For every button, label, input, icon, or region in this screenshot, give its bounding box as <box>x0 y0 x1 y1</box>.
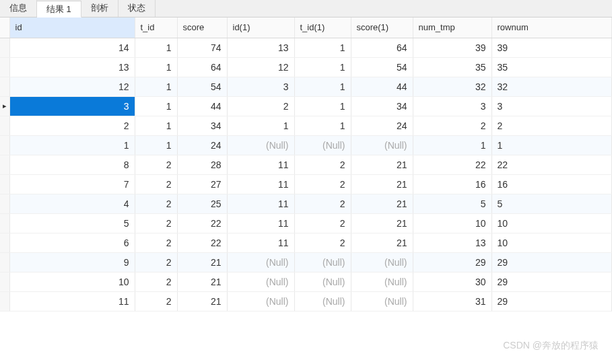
cell[interactable]: 11 <box>227 213 294 233</box>
cell[interactable]: 35 <box>413 57 491 77</box>
row-marker[interactable] <box>0 57 9 77</box>
cell[interactable]: 12 <box>227 57 294 77</box>
cell[interactable]: 2 <box>135 233 177 252</box>
cell[interactable]: 2 <box>135 194 177 213</box>
cell[interactable]: (Null) <box>227 252 294 272</box>
cell[interactable]: 13 <box>227 38 294 57</box>
cell[interactable]: 64 <box>177 57 227 77</box>
row-marker[interactable] <box>0 291 9 311</box>
cell[interactable]: 6 <box>9 233 135 252</box>
row-marker[interactable] <box>0 252 9 272</box>
cell[interactable]: 34 <box>177 116 227 135</box>
cell[interactable]: 31 <box>413 291 491 311</box>
col-header-id[interactable]: id <box>9 17 135 38</box>
cell[interactable]: (Null) <box>294 252 351 272</box>
cell[interactable]: 2 <box>135 155 177 174</box>
cell[interactable]: 1 <box>294 77 351 96</box>
cell[interactable]: 21 <box>351 174 413 194</box>
table-row[interactable]: 7227112211616 <box>0 174 612 194</box>
cell[interactable]: (Null) <box>294 135 351 155</box>
cell[interactable]: 32 <box>491 77 612 96</box>
cell[interactable]: 21 <box>351 213 413 233</box>
col-header-t_id[interactable]: t_id <box>135 17 177 38</box>
cell[interactable]: 11 <box>227 155 294 174</box>
cell[interactable]: 22 <box>177 213 227 233</box>
cell[interactable]: 21 <box>177 252 227 272</box>
cell[interactable]: 3 <box>413 96 491 116</box>
cell[interactable]: 22 <box>177 233 227 252</box>
cell[interactable]: 21 <box>177 272 227 291</box>
cell[interactable]: 21 <box>351 194 413 213</box>
cell[interactable]: 34 <box>351 96 413 116</box>
col-header-score[interactable]: score <box>177 17 227 38</box>
tab-3[interactable]: 状态 <box>118 0 156 17</box>
cell[interactable]: 13 <box>9 57 135 77</box>
col-header-score1[interactable]: score(1) <box>351 17 413 38</box>
cell[interactable]: 2 <box>294 174 351 194</box>
cell[interactable]: 1 <box>294 57 351 77</box>
table-row[interactable]: 10221(Null)(Null)(Null)3029 <box>0 272 612 291</box>
cell[interactable]: 4 <box>9 194 135 213</box>
row-marker[interactable] <box>0 194 9 213</box>
cell[interactable]: 44 <box>177 96 227 116</box>
cell[interactable]: 64 <box>351 38 413 57</box>
cell[interactable]: 5 <box>9 213 135 233</box>
cell[interactable]: 29 <box>491 252 612 272</box>
row-marker[interactable] <box>0 174 9 194</box>
cell[interactable]: 2 <box>135 252 177 272</box>
table-row[interactable]: 13164121543535 <box>0 57 612 77</box>
cell[interactable]: 54 <box>177 77 227 96</box>
cell[interactable]: 3 <box>9 96 135 116</box>
cell[interactable]: 29 <box>491 291 612 311</box>
table-row[interactable]: 11221(Null)(Null)(Null)3129 <box>0 291 612 311</box>
cell[interactable]: 2 <box>294 194 351 213</box>
cell[interactable]: (Null) <box>351 135 413 155</box>
cell[interactable]: 11 <box>227 174 294 194</box>
cell[interactable]: (Null) <box>294 291 351 311</box>
row-marker[interactable] <box>0 213 9 233</box>
cell[interactable]: 10 <box>413 213 491 233</box>
cell[interactable]: 1 <box>135 96 177 116</box>
cell[interactable]: 22 <box>413 155 491 174</box>
cell[interactable]: 2 <box>135 272 177 291</box>
row-marker[interactable] <box>0 233 9 252</box>
col-header-num_tmp[interactable]: num_tmp <box>413 17 491 38</box>
table-row[interactable]: 9221(Null)(Null)(Null)2929 <box>0 252 612 272</box>
row-marker[interactable] <box>0 135 9 155</box>
cell[interactable]: 1 <box>135 77 177 96</box>
cell[interactable]: 10 <box>491 213 612 233</box>
cell[interactable]: 1 <box>294 96 351 116</box>
row-marker[interactable] <box>0 38 9 57</box>
cell[interactable]: 1 <box>227 116 294 135</box>
cell[interactable]: 2 <box>135 174 177 194</box>
cell[interactable]: 25 <box>177 194 227 213</box>
cell[interactable]: 7 <box>9 174 135 194</box>
tab-0[interactable]: 信息 <box>0 0 37 17</box>
cell[interactable]: 2 <box>491 116 612 135</box>
cell[interactable]: 22 <box>491 155 612 174</box>
cell[interactable]: 74 <box>177 38 227 57</box>
cell[interactable]: 35 <box>491 57 612 77</box>
cell[interactable]: 10 <box>491 233 612 252</box>
cell[interactable]: 1 <box>9 135 135 155</box>
row-marker[interactable] <box>0 272 9 291</box>
cell[interactable]: 21 <box>351 233 413 252</box>
cell[interactable]: 30 <box>413 272 491 291</box>
cell[interactable]: 1 <box>294 116 351 135</box>
cell[interactable]: 2 <box>294 233 351 252</box>
cell[interactable]: 1 <box>135 57 177 77</box>
cell[interactable]: 14 <box>9 38 135 57</box>
cell[interactable]: (Null) <box>351 291 413 311</box>
cell[interactable]: 16 <box>413 174 491 194</box>
row-marker[interactable] <box>0 77 9 96</box>
cell[interactable]: 24 <box>177 135 227 155</box>
cell[interactable]: 2 <box>135 291 177 311</box>
cell[interactable]: 9 <box>9 252 135 272</box>
table-row[interactable]: ▸3144213433 <box>0 96 612 116</box>
cell[interactable]: 28 <box>177 155 227 174</box>
cell[interactable]: 13 <box>413 233 491 252</box>
cell[interactable]: 54 <box>351 57 413 77</box>
row-marker[interactable]: ▸ <box>0 96 9 116</box>
cell[interactable]: 11 <box>227 233 294 252</box>
cell[interactable]: 10 <box>9 272 135 291</box>
